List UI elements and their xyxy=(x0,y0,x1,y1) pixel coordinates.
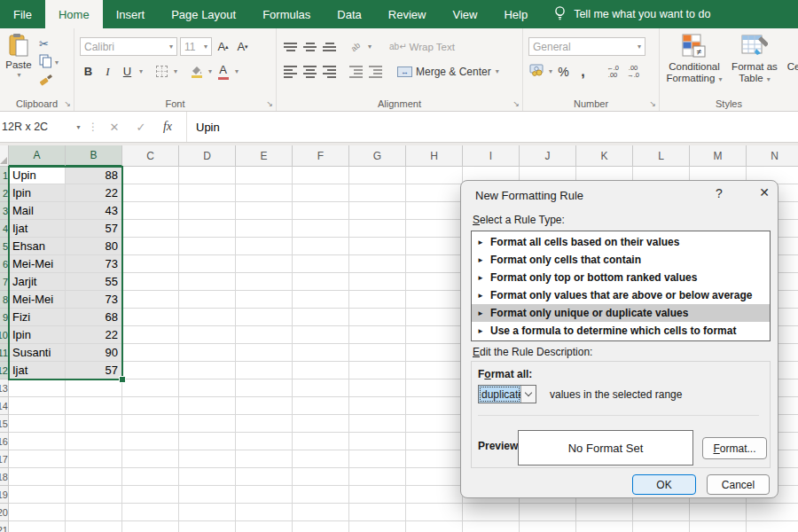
cell-G8[interactable] xyxy=(349,291,406,309)
orientation-button[interactable]: ab xyxy=(348,37,364,57)
insert-function-icon[interactable]: fx xyxy=(154,120,181,134)
align-left-button[interactable] xyxy=(282,62,299,82)
tab-insert[interactable]: Insert xyxy=(103,0,159,28)
row-header-8[interactable]: 8 xyxy=(0,291,9,309)
cell-H21[interactable] xyxy=(406,521,463,532)
cell-F14[interactable] xyxy=(293,397,349,415)
tab-view[interactable]: View xyxy=(439,0,490,28)
cell-G4[interactable] xyxy=(349,220,406,238)
top-align-button[interactable] xyxy=(282,37,299,57)
cell-G2[interactable] xyxy=(349,184,406,202)
cell-F5[interactable] xyxy=(293,238,349,255)
format-painter-button[interactable] xyxy=(39,74,59,89)
cell-C17[interactable] xyxy=(122,450,179,468)
cell-G21[interactable] xyxy=(349,521,406,532)
cell-A4[interactable]: Ijat xyxy=(9,220,66,238)
cell-G1[interactable] xyxy=(349,167,406,184)
cell-G20[interactable] xyxy=(349,504,406,521)
cell-H7[interactable] xyxy=(406,273,463,291)
cell-B11[interactable]: 90 xyxy=(66,344,122,362)
align-center-button[interactable] xyxy=(301,62,318,82)
row-header-9[interactable]: 9 xyxy=(0,309,9,326)
cell-E3[interactable] xyxy=(236,202,293,220)
cell-H1[interactable] xyxy=(406,167,463,184)
cell-H14[interactable] xyxy=(406,397,463,415)
ok-button[interactable]: OK xyxy=(632,474,696,495)
cell-E21[interactable] xyxy=(236,521,293,532)
decrease-font-button[interactable]: A▾ xyxy=(234,37,251,57)
cell-B18[interactable] xyxy=(66,468,122,486)
cell-E7[interactable] xyxy=(236,273,293,291)
cell-C13[interactable] xyxy=(122,379,179,397)
cell-H16[interactable] xyxy=(406,433,463,450)
column-header-i[interactable]: I xyxy=(463,145,520,167)
column-header-g[interactable]: G xyxy=(349,145,406,167)
cell-F3[interactable] xyxy=(293,202,349,220)
row-header-7[interactable]: 7 xyxy=(0,273,9,291)
formula-bar-resize-handle[interactable]: ⋮ xyxy=(85,112,101,142)
name-box-dropdown-icon[interactable]: ▼ xyxy=(75,124,82,130)
cell-E2[interactable] xyxy=(236,184,293,202)
cell-E12[interactable] xyxy=(236,362,293,379)
cell-H2[interactable] xyxy=(406,184,463,202)
cell-B4[interactable]: 57 xyxy=(66,220,122,238)
rule-type-option-3[interactable]: ►Format only top or bottom ranked values xyxy=(472,269,770,286)
cell-G6[interactable] xyxy=(349,255,406,273)
column-header-j[interactable]: J xyxy=(520,145,576,167)
tab-help[interactable]: Help xyxy=(490,0,541,28)
cell-C4[interactable] xyxy=(122,220,179,238)
cell-D15[interactable] xyxy=(179,415,236,433)
font-name-combo[interactable]: Calibri ▾ xyxy=(80,37,177,56)
cell-A8[interactable]: Mei-Mei xyxy=(9,291,66,309)
select-all-corner[interactable] xyxy=(0,145,9,167)
cell-H9[interactable] xyxy=(406,309,463,326)
cell-A2[interactable]: Ipin xyxy=(9,184,66,202)
cell-B12[interactable]: 57 xyxy=(66,362,122,379)
cell-H20[interactable] xyxy=(406,504,463,521)
cell-G12[interactable] xyxy=(349,362,406,379)
cell-G14[interactable] xyxy=(349,397,406,415)
cell-L21[interactable] xyxy=(633,521,690,532)
cell-B10[interactable]: 22 xyxy=(66,326,122,344)
cell-G5[interactable] xyxy=(349,238,406,255)
cell-B13[interactable] xyxy=(66,379,122,397)
cell-C5[interactable] xyxy=(122,238,179,255)
bottom-align-button[interactable] xyxy=(321,37,338,57)
cell-D18[interactable] xyxy=(179,468,236,486)
row-header-20[interactable]: 20 xyxy=(0,504,9,521)
cell-F6[interactable] xyxy=(293,255,349,273)
cell-B14[interactable] xyxy=(66,397,122,415)
cell-B15[interactable] xyxy=(66,415,122,433)
row-header-17[interactable]: 17 xyxy=(0,450,9,468)
cell-G19[interactable] xyxy=(349,486,406,504)
cell-D7[interactable] xyxy=(179,273,236,291)
cell-G10[interactable] xyxy=(349,326,406,344)
cell-styles-button[interactable]: Cell Styles ▾ xyxy=(786,31,798,95)
name-box[interactable]: 12R x 2C ▼ xyxy=(0,112,85,142)
tab-page-layout[interactable]: Page Layout xyxy=(158,0,249,28)
cell-B6[interactable]: 73 xyxy=(66,255,122,273)
number-format-combo[interactable]: General ▾ xyxy=(528,37,645,56)
accounting-format-button[interactable] xyxy=(528,62,545,82)
cell-D20[interactable] xyxy=(179,504,236,521)
column-header-b[interactable]: B xyxy=(66,145,122,167)
column-header-c[interactable]: C xyxy=(122,145,179,167)
cell-A1[interactable]: Upin xyxy=(9,167,66,184)
cell-G17[interactable] xyxy=(349,450,406,468)
cell-D4[interactable] xyxy=(179,220,236,238)
copy-button[interactable]: ▾ xyxy=(39,55,59,70)
cell-H3[interactable] xyxy=(406,202,463,220)
orientation-dropdown-icon[interactable]: ▾ xyxy=(368,43,372,51)
row-header-21[interactable]: 21 xyxy=(0,521,9,532)
font-dialog-launcher-icon[interactable]: ↘ xyxy=(266,99,273,108)
cell-F1[interactable] xyxy=(293,167,349,184)
cell-A17[interactable] xyxy=(9,450,66,468)
cell-D1[interactable] xyxy=(179,167,236,184)
dialog-help-button[interactable]: ? xyxy=(711,186,727,200)
cell-G13[interactable] xyxy=(349,379,406,397)
borders-button[interactable] xyxy=(153,62,170,82)
cell-A9[interactable]: Fizi xyxy=(9,309,66,326)
tab-formulas[interactable]: Formulas xyxy=(249,0,324,28)
cell-C6[interactable] xyxy=(122,255,179,273)
cell-A7[interactable]: Jarjit xyxy=(9,273,66,291)
